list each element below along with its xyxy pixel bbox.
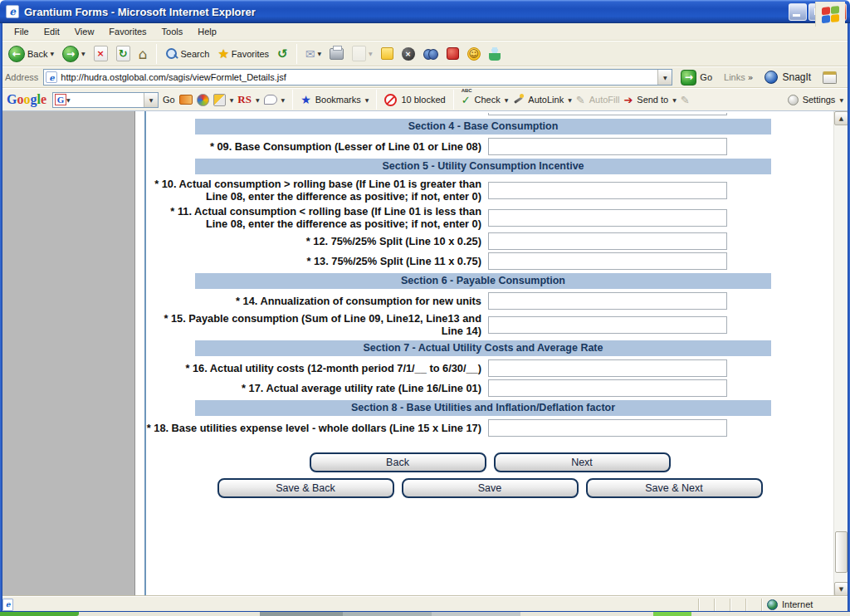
- google-toolbar: Google G ▼ ▼ Go ▼ RS ▼ ▼ ★ Bookmarks ▼ 1…: [0, 89, 850, 111]
- field-input-17[interactable]: [488, 379, 727, 397]
- field-input-14[interactable]: [488, 292, 727, 310]
- field-input-18[interactable]: [488, 419, 727, 437]
- nav-button-row: Back Next: [146, 452, 833, 472]
- forward-button[interactable]: → ▼: [59, 44, 89, 64]
- sendto-button[interactable]: Send to: [637, 95, 668, 105]
- check-dropdown-icon[interactable]: ▼: [505, 97, 509, 103]
- address-label: Address: [5, 72, 38, 82]
- vertical-scrollbar[interactable]: ▲ ▼: [833, 111, 848, 596]
- field-label: * 16. Actual utility costs (12-month per…: [146, 362, 481, 374]
- search-icon: [165, 47, 178, 61]
- assistant-button[interactable]: [486, 46, 504, 62]
- edit-dropdown-icon: ▼: [369, 51, 373, 56]
- form-row: * 11. Actual consumption < rolling base …: [146, 205, 833, 230]
- messenger-button[interactable]: ☺: [464, 46, 484, 62]
- back-dropdown-icon[interactable]: ▼: [50, 51, 54, 56]
- standard-toolbar: ← Back ▼ → ▼ × ↻ ⌂ Search ★ Favorites ↺: [0, 41, 850, 66]
- print-button[interactable]: [326, 46, 347, 61]
- links-menu[interactable]: Links »: [724, 72, 753, 83]
- favorites-button[interactable]: ★ Favorites: [214, 45, 272, 63]
- ticket-icon[interactable]: [179, 95, 193, 105]
- toolbar-separator: [296, 44, 297, 64]
- taskbar-task-fragment[interactable]: [432, 612, 520, 616]
- bookmarks-button[interactable]: Bookmarks: [315, 95, 361, 105]
- search-button[interactable]: Search: [162, 46, 213, 62]
- page-favicon: e: [46, 71, 57, 83]
- form-row: * 09. Base Consumption (Lesser of Line 0…: [146, 138, 833, 155]
- mail-dropdown-icon[interactable]: ▼: [317, 51, 321, 56]
- snagit-icon: [765, 71, 778, 84]
- google-logo-letter: G: [7, 92, 17, 106]
- chat-dropdown-icon[interactable]: ▼: [281, 97, 286, 103]
- save-and-back-button[interactable]: Save & Back: [217, 478, 394, 498]
- messenger-block-button[interactable]: ×: [398, 46, 418, 62]
- research-button[interactable]: [420, 47, 442, 61]
- field-input-10[interactable]: [488, 182, 727, 199]
- home-button[interactable]: ⌂: [135, 44, 151, 64]
- autolink-dropdown-icon[interactable]: ▼: [568, 97, 572, 103]
- taskbar-task-fragment[interactable]: [343, 612, 432, 616]
- save-button[interactable]: Save: [402, 478, 579, 498]
- field-input-13[interactable]: [488, 252, 727, 270]
- sendto-dropdown-icon[interactable]: ▼: [672, 97, 677, 103]
- save-and-next-button[interactable]: Save & Next: [586, 478, 763, 498]
- rs-dropdown-icon[interactable]: ▼: [256, 97, 260, 103]
- settings-button[interactable]: Settings: [803, 95, 836, 105]
- field-input-09[interactable]: [488, 138, 727, 155]
- extension-dropdown-icon[interactable]: ▼: [230, 97, 234, 103]
- security-badge-button[interactable]: [443, 46, 462, 61]
- address-field: e ▼: [43, 69, 672, 86]
- rs-button[interactable]: RS: [237, 93, 252, 106]
- field-input-12[interactable]: [488, 232, 727, 250]
- minimize-button[interactable]: [789, 3, 807, 21]
- check-button[interactable]: Check: [475, 95, 501, 105]
- address-input[interactable]: [57, 71, 657, 84]
- extension-icon[interactable]: [213, 94, 226, 106]
- forward-dropdown-icon[interactable]: ▼: [81, 51, 85, 56]
- next-nav-button[interactable]: Next: [494, 452, 671, 472]
- go-label: Go: [700, 72, 712, 82]
- settings-icon: [788, 95, 799, 105]
- google-search-dropdown[interactable]: ▼: [144, 93, 158, 107]
- taskbar-task-fragment[interactable]: [653, 612, 691, 616]
- menu-item-tools[interactable]: Tools: [154, 24, 191, 39]
- back-nav-button[interactable]: Back: [310, 452, 486, 472]
- scrollbar-thumb[interactable]: [835, 531, 848, 573]
- taskbar-task-fragment[interactable]: [260, 612, 343, 616]
- scroll-up-button[interactable]: ▲: [834, 111, 848, 125]
- history-button[interactable]: ↺: [274, 45, 291, 63]
- scroll-down-button[interactable]: ▼: [834, 582, 848, 596]
- home-icon: ⌂: [139, 46, 148, 62]
- chat-icon[interactable]: [264, 95, 277, 105]
- field-input-16[interactable]: [488, 359, 727, 377]
- popup-blocked-button[interactable]: 10 blocked: [401, 95, 445, 105]
- menu-item-view[interactable]: View: [67, 24, 102, 39]
- menu-item-help[interactable]: Help: [190, 24, 224, 39]
- refresh-button[interactable]: ↻: [113, 44, 134, 63]
- back-button[interactable]: ← Back ▼: [5, 44, 57, 64]
- settings-dropdown-icon[interactable]: ▼: [839, 97, 843, 103]
- address-dropdown-button[interactable]: ▼: [657, 70, 672, 85]
- start-button-fragment[interactable]: [0, 612, 79, 616]
- field-input-11[interactable]: [488, 209, 727, 227]
- menu-item-edit[interactable]: Edit: [37, 24, 67, 39]
- swirl-icon[interactable]: [197, 94, 209, 106]
- snagit-capture-button[interactable]: [823, 71, 837, 84]
- menu-item-favorites[interactable]: Favorites: [101, 24, 154, 39]
- field-input-15[interactable]: [488, 316, 727, 334]
- menu-item-file[interactable]: File: [7, 24, 37, 39]
- edit-button[interactable]: ▼: [349, 44, 376, 63]
- snagit-button[interactable]: SnagIt: [765, 71, 811, 84]
- go-button[interactable]: → Go: [677, 69, 716, 86]
- bookmarks-dropdown-icon[interactable]: ▼: [365, 97, 369, 103]
- google-go-button[interactable]: Go: [163, 95, 175, 105]
- stop-button[interactable]: ×: [90, 44, 111, 63]
- section-header: Section 7 - Actual Utility Costs and Ave…: [195, 340, 771, 356]
- google-search-input[interactable]: [71, 94, 144, 106]
- form-row: * 13. 75%/25% Split (Line 11 x 0.75): [146, 252, 833, 270]
- status-document-icon: e: [2, 599, 13, 611]
- autolink-button[interactable]: AutoLink: [528, 95, 564, 105]
- discuss-button[interactable]: [378, 46, 397, 61]
- google-logo: Google: [7, 92, 46, 107]
- mail-button[interactable]: ✉ ▼: [302, 46, 325, 62]
